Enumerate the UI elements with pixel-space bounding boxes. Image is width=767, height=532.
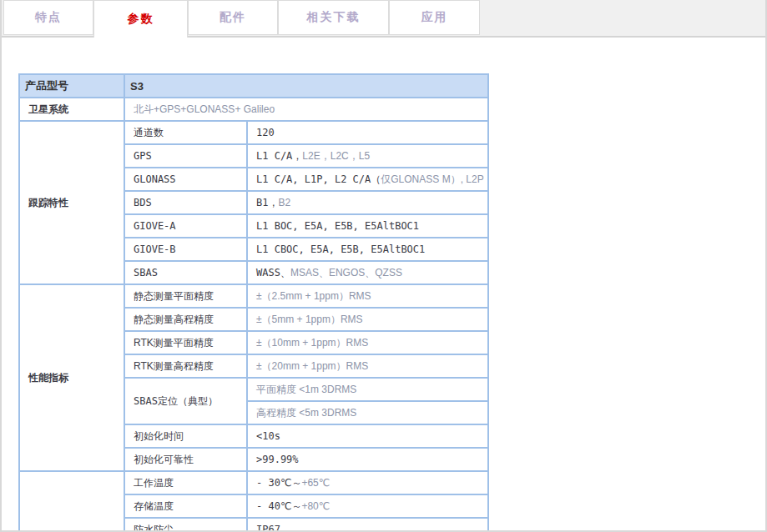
spec-name: SBAS	[124, 261, 247, 284]
spec-value: ±（2.5mm + 1ppm）RMS	[247, 284, 488, 308]
spec-name: GPS	[124, 144, 247, 168]
section-label: 卫星系统	[19, 98, 124, 121]
spec-name: 工作温度	[124, 471, 247, 494]
value-text: <10s	[256, 430, 280, 442]
spec-name: 初始化时间	[124, 424, 247, 448]
value-text: 120	[256, 127, 275, 138]
value-text: - 30℃～	[256, 477, 301, 489]
spec-name: SBAS定位（典型）	[124, 378, 247, 424]
tab-parameters[interactable]: 参数	[93, 0, 188, 38]
value-text: 北斗+GPS+GLONASS+ Galileo	[134, 103, 275, 115]
spec-value: 北斗+GPS+GLONASS+ Galileo	[124, 98, 488, 121]
spec-name: GIOVE-A	[124, 214, 247, 238]
value-text: +65℃	[301, 477, 330, 489]
tab-features[interactable]: 特点	[3, 0, 93, 35]
spec-name: 初始化可靠性	[124, 448, 247, 471]
value-text: L1 C/A, L1P, L2 C/A（	[256, 173, 381, 185]
value-text: L1 BOC, E5A, E5B, E5AltBOC1	[256, 220, 419, 232]
value-text: L1 CBOC, E5A, E5B, E5AltBOC1	[256, 243, 425, 255]
spec-value: L1 CBOC, E5A, E5B, E5AltBOC1	[247, 238, 488, 261]
spec-name: GIOVE-B	[124, 238, 247, 261]
spec-name: RTK测量平面精度	[124, 331, 247, 354]
value-text: B2	[278, 197, 290, 208]
value-text: B1，	[256, 197, 278, 208]
table-row-product: 产品型号S3	[19, 74, 488, 98]
value-text: 高程精度 <5m 3DRMS	[256, 407, 356, 419]
tab-bar: 特点 参数 配件 相关下载 应用	[2, 0, 765, 38]
spec-name: 存储温度	[124, 494, 247, 518]
spec-value: L1 C/A，L2E，L2C，L5	[247, 144, 488, 168]
spec-name: RTK测量高程精度	[124, 354, 247, 378]
spec-value: ±（10mm + 1ppm）RMS	[247, 331, 488, 354]
section-label: 性能指标	[19, 284, 124, 471]
table-row: 跟踪特性通道数120	[19, 121, 488, 144]
product-model-label: 产品型号	[19, 74, 124, 98]
spec-value: - 30℃～+65℃	[247, 471, 488, 494]
spec-value: >99.99%	[247, 448, 488, 471]
value-text: ±（5mm + 1ppm）RMS	[256, 314, 363, 325]
spec-table: 产品型号S3卫星系统北斗+GPS+GLONASS+ Galileo跟踪特性通道数…	[18, 73, 489, 532]
spec-value: L1 BOC, E5A, E5B, E5AltBOC1	[247, 214, 488, 238]
spec-name: 静态测量高程精度	[124, 308, 247, 331]
spec-name: 通道数	[124, 121, 247, 144]
spec-value: <10s	[247, 424, 488, 448]
spec-value: B1，B2	[247, 191, 488, 214]
spec-name: BDS	[124, 191, 247, 214]
table-row: 卫星系统北斗+GPS+GLONASS+ Galileo	[19, 98, 488, 121]
product-model-value: S3	[124, 74, 488, 98]
spec-value: ±（20mm + 1ppm）RMS	[247, 354, 488, 378]
value-text: ±（20mm + 1ppm）RMS	[256, 360, 368, 372]
spec-value: 平面精度 <1m 3DRMS	[247, 378, 488, 401]
tab-downloads[interactable]: 相关下载	[278, 0, 389, 35]
value-text: 仅GLONASS M）, L2P	[381, 173, 483, 185]
value-text: +80℃	[301, 500, 330, 512]
value-text: ±（2.5mm + 1ppm）RMS	[256, 290, 371, 302]
value-text: 平面精度 <1m 3DRMS	[256, 384, 356, 395]
spec-value: 120	[247, 121, 488, 144]
table-row: 工作温度- 30℃～+65℃	[19, 471, 488, 494]
value-text: - 40℃～	[256, 500, 301, 512]
tab-applications[interactable]: 应用	[389, 0, 480, 35]
value-text: WASS、	[256, 267, 290, 279]
section-label	[19, 471, 124, 532]
table-row: 性能指标静态测量平面精度±（2.5mm + 1ppm）RMS	[19, 284, 488, 308]
spec-value: L1 C/A, L1P, L2 C/A（仅GLONASS M）, L2P	[247, 168, 488, 191]
spec-name: GLONASS	[124, 168, 247, 191]
tab-accessories[interactable]: 配件	[188, 0, 278, 35]
tab-content-area: 产品型号S3卫星系统北斗+GPS+GLONASS+ Galileo跟踪特性通道数…	[2, 73, 765, 532]
spec-table-body: 产品型号S3卫星系统北斗+GPS+GLONASS+ Galileo跟踪特性通道数…	[19, 74, 488, 532]
value-text: L2E，L2C，L5	[302, 150, 370, 162]
spec-value: ±（5mm + 1ppm）RMS	[247, 308, 488, 331]
spec-value: WASS、MSAS、ENGOS、QZSS	[247, 261, 488, 284]
product-spec-page: 特点 参数 配件 相关下载 应用 产品型号S3卫星系统北斗+GPS+GLONAS…	[0, 0, 767, 532]
spec-name: 静态测量平面精度	[124, 284, 247, 308]
spec-value: 高程精度 <5m 3DRMS	[247, 401, 488, 424]
value-text: ±（10mm + 1ppm）RMS	[256, 337, 368, 349]
spec-value: - 40℃～+80℃	[247, 494, 488, 518]
value-text: MSAS、ENGOS、QZSS	[290, 267, 402, 279]
section-label: 跟踪特性	[19, 121, 124, 284]
value-text: >99.99%	[256, 454, 299, 465]
value-text: L1 C/A，	[256, 150, 302, 162]
